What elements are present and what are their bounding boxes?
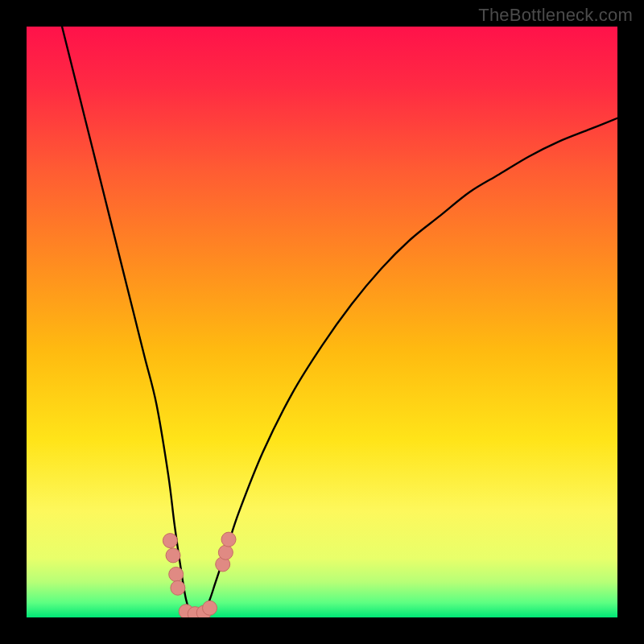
chart-svg [27, 27, 617, 617]
data-marker [203, 601, 217, 615]
data-marker [221, 532, 236, 547]
data-marker [166, 548, 180, 563]
watermark-text: TheBottleneck.com [478, 5, 633, 26]
gradient-background [27, 27, 617, 617]
data-marker [163, 534, 177, 548]
data-marker [169, 567, 184, 581]
data-marker [171, 580, 185, 595]
data-marker [218, 545, 233, 559]
chart-frame: TheBottleneck.com [0, 0, 644, 644]
plot-area [27, 27, 617, 617]
